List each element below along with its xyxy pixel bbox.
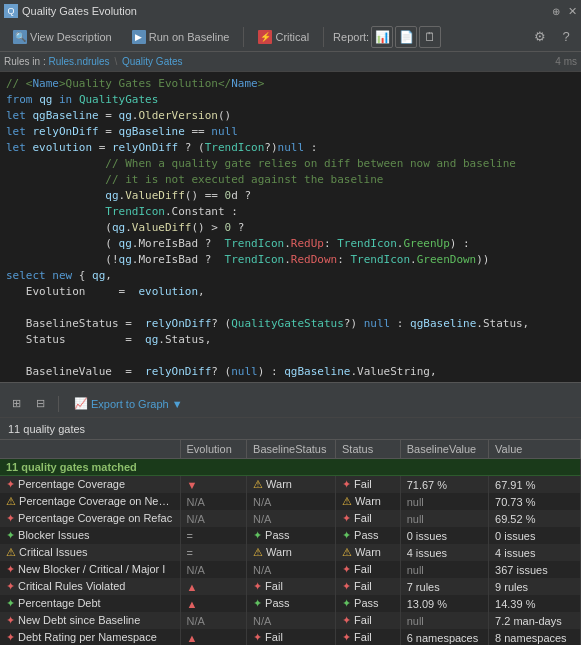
baseline-status-cell: ⚠ Warn: [247, 476, 336, 494]
toolbar-separator-1: [243, 27, 244, 47]
tab-close-button[interactable]: ✕: [568, 5, 577, 18]
results-table: Evolution BaselineStatus Status Baseline…: [0, 440, 581, 645]
row-icon: ✦: [6, 563, 15, 575]
col-header-value: Value: [489, 440, 581, 459]
baseline-value-cell: null: [400, 561, 488, 578]
baseline-status-cell: N/A: [247, 612, 336, 629]
table-row[interactable]: ✦ New Blocker / Critical / Major I N/A N…: [0, 561, 581, 578]
row-name: Critical Rules Violated: [18, 580, 125, 592]
report-icons-group: 📊 📄 🗒: [371, 26, 441, 48]
evo-cell: =: [180, 544, 247, 561]
breadcrumb-link-rules[interactable]: Rules.ndrules: [48, 56, 109, 67]
name-cell: ✦ Critical Rules Violated: [0, 578, 180, 595]
name-cell: ⚠ Critical Issues: [0, 544, 180, 561]
baseline-status-cell: ✦ Pass: [247, 527, 336, 544]
table-row[interactable]: ✦ Blocker Issues = ✦ Pass ✦ Pass 0 issue…: [0, 527, 581, 544]
results-table-container[interactable]: Evolution BaselineStatus Status Baseline…: [0, 440, 581, 645]
baseline-status-cell: N/A: [247, 561, 336, 578]
table-row[interactable]: ✦ Percentage Debt ▲ ✦ Pass ✦ Pass 13.09 …: [0, 595, 581, 612]
value-cell: 0 issues: [489, 527, 581, 544]
status-cell: ✦ Fail: [335, 476, 400, 494]
run-on-baseline-button[interactable]: ▶ Run on Baseline: [123, 25, 239, 49]
table-row[interactable]: ✦ New Debt since Baseline N/A N/A ✦ Fail…: [0, 612, 581, 629]
toolbar-right-group: ⚙ ?: [529, 26, 577, 48]
baseline-value-cell: 7 rules: [400, 578, 488, 595]
table-row[interactable]: ⚠ Percentage Coverage on New C N/A N/A ⚠…: [0, 493, 581, 510]
value-cell: 8 namespaces: [489, 629, 581, 645]
code-horizontal-scrollbar[interactable]: [0, 382, 581, 390]
evo-cell: N/A: [180, 561, 247, 578]
row-icon: ✦: [6, 597, 15, 609]
col-header-name: [0, 440, 180, 459]
baseline-value-cell: 6 namespaces: [400, 629, 488, 645]
code-editor[interactable]: // <Name>Quality Gates Evolution</Name> …: [0, 72, 581, 382]
row-name: New Blocker / Critical / Major I: [18, 563, 165, 575]
table-row[interactable]: ✦ Percentage Coverage on Refac N/A N/A ✦…: [0, 510, 581, 527]
tab-pin-button[interactable]: ⊕: [552, 6, 560, 17]
row-icon: ✦: [6, 631, 15, 643]
baseline-value-cell: 13.09 %: [400, 595, 488, 612]
col-header-status: Status: [335, 440, 400, 459]
status-cell: ✦ Fail: [335, 578, 400, 595]
main-toolbar: 🔍 View Description ▶ Run on Baseline ⚡ C…: [0, 22, 581, 52]
name-cell: ✦ Percentage Debt: [0, 595, 180, 612]
evo-cell: N/A: [180, 493, 247, 510]
status-cell: ✦ Fail: [335, 629, 400, 645]
results-count-label: 11 quality gates: [8, 423, 85, 435]
evo-cell: ▼: [180, 476, 247, 494]
row-name: Percentage Coverage on New C: [19, 495, 177, 507]
status-cell: ✦ Fail: [335, 612, 400, 629]
baseline-status-cell: ✦ Pass: [247, 595, 336, 612]
row-icon: ⚠: [6, 546, 16, 558]
table-row[interactable]: ✦ Percentage Coverage ▼ ⚠ Warn ✦ Fail 71…: [0, 476, 581, 494]
critical-button[interactable]: ⚡ Critical: [249, 25, 318, 49]
view-description-label: View Description: [30, 31, 112, 43]
view-description-icon: 🔍: [13, 30, 27, 44]
row-name: New Debt since Baseline: [18, 614, 140, 626]
value-cell: 7.2 man-days: [489, 612, 581, 629]
report-list-button[interactable]: 🗒: [419, 26, 441, 48]
baseline-value-cell: 71.67 %: [400, 476, 488, 494]
report-chart-button[interactable]: 📊: [371, 26, 393, 48]
baseline-value-cell: null: [400, 493, 488, 510]
help-button[interactable]: ?: [555, 26, 577, 48]
run-baseline-icon: ▶: [132, 30, 146, 44]
view-description-button[interactable]: 🔍 View Description: [4, 25, 121, 49]
expand-button[interactable]: ⊟: [30, 394, 50, 414]
graph-icon: 📈: [74, 397, 88, 410]
run-baseline-label: Run on Baseline: [149, 31, 230, 43]
value-cell: 14.39 %: [489, 595, 581, 612]
baseline-status-cell: ✦ Fail: [247, 629, 336, 645]
matched-header-row: 11 quality gates matched: [0, 459, 581, 476]
name-cell: ✦ Percentage Coverage on Refac: [0, 510, 180, 527]
row-icon: ✦: [6, 580, 15, 592]
critical-icon: ⚡: [258, 30, 272, 44]
table-row[interactable]: ✦ Debt Rating per Namespace ▲ ✦ Fail ✦ F…: [0, 629, 581, 645]
evo-cell: ▲: [180, 629, 247, 645]
table-row[interactable]: ⚠ Critical Issues = ⚠ Warn ⚠ Warn 4 issu…: [0, 544, 581, 561]
collapse-button[interactable]: ⊞: [6, 394, 26, 414]
breadcrumb-link-quality-gates[interactable]: Quality Gates: [122, 56, 183, 67]
table-row[interactable]: ✦ Critical Rules Violated ▲ ✦ Fail ✦ Fai…: [0, 578, 581, 595]
settings-button[interactable]: ⚙: [529, 26, 551, 48]
row-name: Blocker Issues: [18, 529, 90, 541]
app-icon: Q: [4, 4, 18, 18]
report-export-button[interactable]: 📄: [395, 26, 417, 48]
window-title: Quality Gates Evolution: [22, 5, 552, 17]
evo-cell: N/A: [180, 612, 247, 629]
value-cell: 9 rules: [489, 578, 581, 595]
breadcrumb-separator-1: \: [112, 56, 120, 67]
toolbar-separator-2: [323, 27, 324, 47]
row-name: Percentage Debt: [18, 597, 101, 609]
value-cell: 367 issues: [489, 561, 581, 578]
row-name: Percentage Coverage on Refac: [18, 512, 172, 524]
row-name: Critical Issues: [19, 546, 87, 558]
baseline-status-cell: ⚠ Warn: [247, 544, 336, 561]
status-cell: ✦ Pass: [335, 595, 400, 612]
name-cell: ✦ New Debt since Baseline: [0, 612, 180, 629]
critical-label: Critical: [275, 31, 309, 43]
evo-cell: N/A: [180, 510, 247, 527]
matched-header-cell: 11 quality gates matched: [0, 459, 581, 476]
row-icon: ⚠: [6, 495, 16, 507]
export-to-graph-button[interactable]: 📈 Export to Graph ▼: [67, 393, 190, 415]
